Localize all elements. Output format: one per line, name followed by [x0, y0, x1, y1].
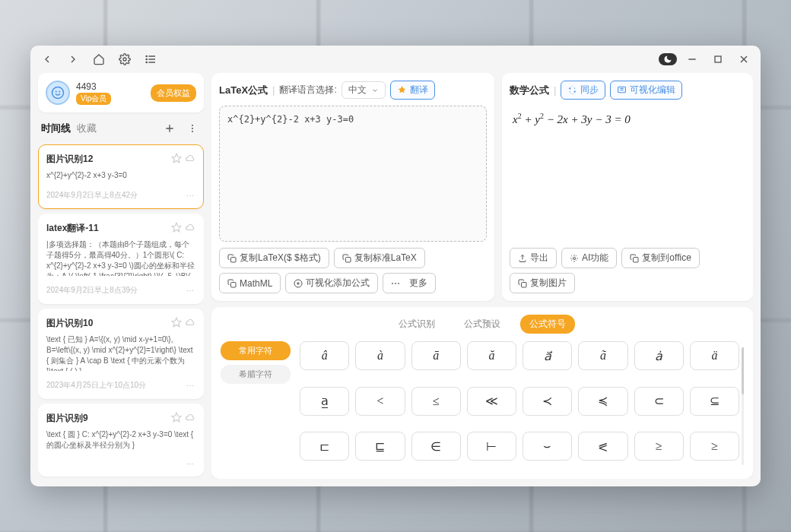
home-button[interactable]	[88, 49, 110, 70]
history-more-icon[interactable]: ⋯	[186, 460, 195, 468]
bottom-tabs: 公式识别 公式预设 公式符号	[221, 315, 744, 334]
svg-rect-8	[715, 56, 721, 62]
more-button[interactable]	[184, 120, 201, 137]
cat-greek[interactable]: 希腊字符	[221, 365, 291, 384]
symbol-cell[interactable]: ⪕	[578, 432, 627, 461]
svg-rect-33	[634, 257, 639, 262]
latex-title: LaTeX公式	[219, 84, 268, 97]
tab-favorites[interactable]: 收藏	[77, 122, 97, 135]
latex-input[interactable]: x^{2}+y^{2}-2 x+3 y-3=0	[219, 106, 487, 242]
symbol-cell[interactable]: ≪	[467, 387, 516, 416]
visual-edit-button[interactable]: 可视化编辑	[610, 81, 682, 100]
cloud-icon[interactable]	[185, 412, 195, 425]
settings-button[interactable]	[114, 49, 135, 70]
symbol-cell[interactable]: ā	[411, 341, 461, 370]
svg-point-6	[146, 62, 147, 62]
translate-button[interactable]: 翻译	[390, 81, 435, 100]
sidebar: 4493 Vip会员 会员权益 时间线 收藏 图片识别12 x^{2}+y^{2…	[38, 73, 204, 479]
history-more-icon[interactable]: ⋯	[186, 287, 195, 295]
symbol-cell[interactable]: ∈	[411, 432, 461, 461]
svg-rect-34	[522, 282, 527, 287]
svg-point-13	[59, 91, 60, 92]
history-item[interactable]: 图片识别10 \text { 已知 } A=\{(x, y) \mid x-y+…	[38, 309, 204, 399]
darkmode-toggle[interactable]	[659, 53, 677, 65]
symbol-cell[interactable]: â	[300, 341, 349, 370]
svg-marker-19	[172, 154, 181, 163]
history-more-icon[interactable]: ⋯	[186, 192, 195, 200]
history-title: 图片识别10	[46, 317, 93, 330]
star-icon[interactable]	[171, 412, 182, 425]
svg-point-5	[146, 59, 147, 59]
btab-preset[interactable]: 公式预设	[455, 315, 510, 334]
svg-point-18	[192, 131, 193, 132]
math-buttons: 导出 AI功能 复制到office 复制图片	[510, 248, 745, 293]
content-area: 4493 Vip会员 会员权益 时间线 收藏 图片识别12 x^{2}+y^{2…	[30, 73, 761, 486]
symbol-cell[interactable]: a⃗	[523, 341, 572, 370]
close-button[interactable]	[733, 49, 754, 70]
history-item[interactable]: 图片识别12 x^{2}+y^{2}-2 x+3 y-3=0 2024年9月2日…	[38, 144, 204, 209]
top-panels: LaTeX公式 | 翻译语言选择: 中文 翻译 x^{2}+y^{2}-2 x+…	[211, 73, 753, 301]
export-button[interactable]: 导出	[510, 248, 557, 268]
visual-add-button[interactable]: 可视化添加公式	[285, 273, 378, 293]
cat-common[interactable]: 常用字符	[221, 341, 291, 360]
maximize-button[interactable]	[707, 49, 729, 70]
symbol-panel: 公式识别 公式预设 公式符号 常用字符 希腊字符 âàāăa⃗ãȧäa̲<≤≪≺…	[211, 307, 753, 479]
copy-office-button[interactable]: 复制到office	[621, 248, 699, 268]
symbol-cell[interactable]: ⊂	[634, 387, 684, 416]
math-panel-header: 数学公式 | 同步 可视化编辑	[510, 81, 745, 100]
history-more-icon[interactable]: ⋯	[186, 382, 195, 390]
scroll-thumb[interactable]	[742, 347, 744, 394]
symbol-cell[interactable]: ≤	[411, 387, 461, 416]
formula-render: x2 + y2 − 2x + 3y − 3 = 0	[510, 106, 745, 242]
copy-image-button[interactable]: 复制图片	[510, 273, 575, 293]
symbol-cell[interactable]: ≥	[634, 432, 684, 461]
symbol-cell[interactable]: ⊢	[467, 432, 516, 461]
cloud-icon[interactable]	[185, 222, 195, 235]
history-item[interactable]: latex翻译-11 |多项选择题：（本题由8个子题组成，每个子题得5分，最高得…	[38, 214, 204, 304]
symbol-cell[interactable]: ã	[578, 341, 627, 370]
star-icon[interactable]	[171, 222, 182, 235]
copy-std-latex-button[interactable]: 复制标准LaTeX	[334, 248, 425, 268]
add-button[interactable]	[161, 120, 178, 137]
nav-forward-button[interactable]	[62, 49, 84, 70]
btab-recognize[interactable]: 公式识别	[389, 315, 444, 334]
symbol-cell[interactable]: ≥	[690, 432, 739, 461]
history-list: 图片识别12 x^{2}+y^{2}-2 x+3 y-3=0 2024年9月2日…	[38, 144, 204, 479]
symbol-cell[interactable]: ⌣	[523, 432, 572, 461]
history-item[interactable]: 图片识别9 \text { 圆 } C: x^{2}+y^{2}-2 x+3 y…	[38, 404, 204, 477]
history-time: 2024年9月2日早上8点42分	[46, 190, 138, 201]
cloud-icon[interactable]	[185, 153, 195, 166]
copy-latex-button[interactable]: 复制LaTeX($ $格式)	[219, 248, 329, 268]
symbol-cell[interactable]: à	[355, 341, 405, 370]
latex-buttons: 复制LaTeX($ $格式) 复制标准LaTeX MathML 可视化添加公式 …	[219, 248, 487, 293]
star-icon[interactable]	[171, 153, 182, 166]
tab-timeline[interactable]: 时间线	[41, 122, 71, 135]
symbol-cell[interactable]: <	[355, 387, 405, 416]
symbol-cell[interactable]: ⊑	[355, 432, 405, 461]
star-icon[interactable]	[171, 317, 182, 330]
symbol-cell[interactable]: ⊏	[300, 432, 349, 461]
avatar[interactable]	[46, 81, 70, 105]
symbol-cell[interactable]: ≺	[523, 387, 572, 416]
list-button[interactable]	[140, 49, 161, 70]
minimize-button[interactable]	[681, 49, 703, 70]
svg-point-32	[573, 257, 576, 259]
symbol-cell[interactable]: ȧ	[634, 341, 684, 370]
ai-button[interactable]: AI功能	[561, 248, 617, 268]
symbol-cell[interactable]: ⊆	[690, 387, 739, 416]
lang-select[interactable]: 中文	[341, 81, 386, 99]
symbol-cell[interactable]: a̲	[300, 387, 349, 416]
symbol-cell[interactable]: ă	[467, 341, 516, 370]
sync-button[interactable]: 同步	[561, 81, 605, 100]
nav-back-button[interactable]	[37, 49, 58, 70]
svg-point-4	[146, 55, 147, 56]
benefit-button[interactable]: 会员权益	[151, 84, 196, 102]
mathml-button[interactable]: MathML	[219, 273, 281, 293]
symbol-cell[interactable]: ä	[690, 341, 739, 370]
cloud-icon[interactable]	[185, 317, 195, 330]
btab-symbols[interactable]: 公式符号	[520, 315, 575, 334]
scrollbar[interactable]	[742, 347, 744, 465]
more-latex-button[interactable]: ⋯ 更多	[383, 273, 435, 293]
symbol-cell[interactable]: ≼	[578, 387, 627, 416]
main-area: LaTeX公式 | 翻译语言选择: 中文 翻译 x^{2}+y^{2}-2 x+…	[211, 73, 753, 479]
